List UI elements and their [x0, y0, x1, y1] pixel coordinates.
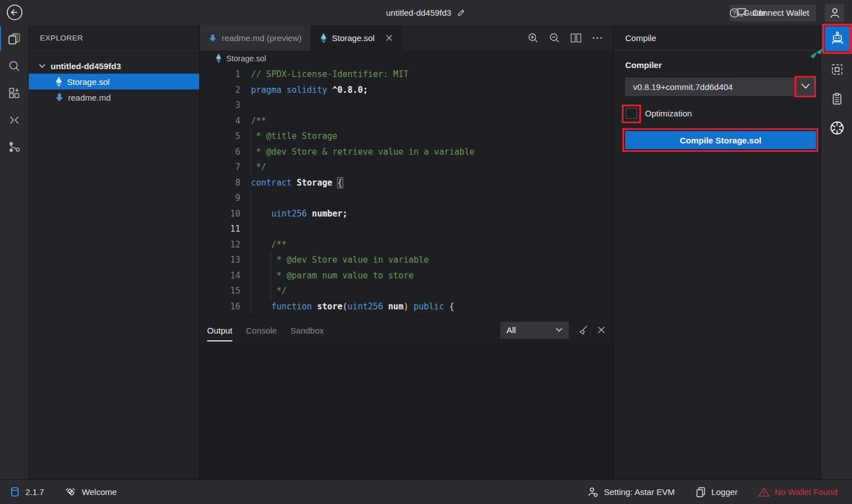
line-number: 8 [200, 176, 251, 191]
wallet-warning-label: No Wallet Found [775, 487, 837, 497]
code-line[interactable]: 14 * @param num value to store [200, 268, 613, 284]
panel-tab-sandbox[interactable]: Sandbox [290, 318, 324, 341]
warning-triangle-icon [758, 487, 770, 497]
code-editor[interactable]: 1// SPDX-License-Identifier: MIT2pragma … [200, 66, 613, 316]
activity-source-control-button[interactable] [0, 133, 28, 160]
compiler-label: Compiler [625, 60, 662, 70]
wallet-warning[interactable]: No Wallet Found [758, 487, 837, 497]
clear-output-icon[interactable] [577, 325, 589, 336]
code-line[interactable]: 10 uint256 number; [200, 206, 613, 222]
line-number: 12 [200, 237, 251, 253]
close-panel-icon[interactable] [597, 326, 606, 334]
more-actions-icon[interactable] [591, 33, 603, 43]
activity-search-button[interactable] [0, 52, 28, 79]
code-line[interactable]: 8contract Storage { [200, 176, 613, 191]
close-tab-icon[interactable] [385, 34, 393, 42]
code-line[interactable]: 12 /** [200, 237, 613, 253]
collapse-arrows-icon [8, 114, 21, 127]
git-branch-icon [8, 141, 21, 154]
chevron-down-icon[interactable] [801, 83, 810, 89]
code-line[interactable]: 9 [200, 191, 613, 206]
clipboard-icon [830, 92, 844, 106]
activity-report-button[interactable] [821, 84, 852, 113]
activity-files-button[interactable] [0, 25, 28, 52]
activity-plugins-button[interactable] [0, 79, 28, 106]
code-text: * @param num value to store [251, 268, 414, 284]
ethereum-icon [320, 33, 327, 43]
indent-guide [250, 191, 251, 314]
database-icon [10, 487, 20, 497]
panel-tab-output[interactable]: Output [207, 318, 232, 341]
line-number: 3 [200, 98, 251, 114]
pages-icon [695, 486, 706, 498]
code-line[interactable]: 11 [200, 222, 613, 237]
split-editor-icon[interactable] [570, 33, 582, 43]
code-text: function store(uint256 num) public { [251, 299, 454, 315]
code-line[interactable]: 4/** [200, 114, 613, 129]
search-icon [8, 60, 21, 73]
ide-version[interactable]: 2.1.7 [25, 487, 44, 497]
line-number: 4 [200, 114, 251, 129]
tab-readme-md[interactable]: readme.md (preview) [200, 25, 311, 51]
output-filter-select[interactable]: All [500, 322, 569, 339]
tab-storage-sol[interactable]: Storage.sol [311, 25, 402, 51]
code-text: * @title Storage [251, 129, 338, 145]
activity-collapse-button[interactable] [0, 106, 28, 133]
logger-label: Logger [711, 487, 738, 497]
code-line[interactable]: 6 * @dev Store & retrieve value in a var… [200, 145, 613, 160]
code-text: uint256 number; [251, 206, 348, 222]
back-button[interactable] [6, 3, 24, 21]
code-line[interactable]: 1// SPDX-License-Identifier: MIT [200, 67, 613, 83]
files-icon [7, 32, 21, 46]
welcome-button[interactable]: Welcome [64, 486, 116, 498]
explorer-panel: EXPLORER untitled-dd459fd3 Storage.sol [28, 25, 200, 479]
ide-window: untitled-dd459fd3 ? Guide [0, 0, 852, 504]
robot-icon [829, 31, 845, 47]
output-panel-body[interactable] [200, 343, 613, 479]
code-text: pragma solidity ^0.8.0; [251, 83, 368, 98]
code-text: // SPDX-License-Identifier: MIT [251, 67, 409, 83]
zoom-in-icon[interactable] [527, 32, 539, 44]
guide-button[interactable]: ? Guide [729, 8, 730, 18]
optimization-checkbox[interactable] [626, 108, 637, 119]
setting-button[interactable]: Setting: Astar EVM [588, 487, 675, 498]
account-button[interactable] [825, 4, 844, 22]
tab-label: readme.md (preview) [222, 33, 302, 43]
explorer-root-folder[interactable]: untitled-dd459fd3 [29, 58, 199, 74]
compile-panel-title: Compile [614, 25, 820, 51]
filter-value: All [506, 325, 516, 335]
zoom-out-icon[interactable] [549, 32, 560, 44]
code-lines: 1// SPDX-License-Identifier: MIT2pragma … [200, 67, 613, 314]
code-line[interactable]: 16 function store(uint256 num) public { [200, 299, 613, 315]
code-line[interactable]: 15 */ [200, 284, 613, 299]
editor-tab-bar: readme.md (preview) Storage.sol [200, 25, 613, 51]
code-line[interactable]: 7 */ [200, 160, 613, 176]
compile-button[interactable]: Compile Storage.sol [625, 131, 816, 149]
person-gear-icon [588, 487, 599, 498]
setting-label: Setting: Astar EVM [604, 487, 675, 497]
ethereum-icon [216, 53, 222, 63]
panel-tab-console[interactable]: Console [246, 318, 277, 341]
code-text: * @dev Store value in variable [251, 253, 429, 268]
code-line[interactable]: 5 * @title Storage [200, 129, 613, 145]
explorer-file-readme-md[interactable]: readme.md [29, 89, 199, 105]
tab-label: Storage.sol [332, 33, 375, 43]
indent-guide [250, 129, 251, 176]
activity-compile-button[interactable] [825, 26, 850, 51]
svg-text:?: ? [733, 9, 736, 16]
explorer-file-storage-sol[interactable]: Storage.sol [29, 74, 199, 89]
breadcrumb[interactable]: Storage.sol [200, 51, 613, 66]
code-line[interactable]: 13 * @dev Store value in variable [200, 253, 613, 268]
code-line[interactable]: 3 [200, 98, 613, 114]
person-icon [829, 7, 840, 19]
rename-pencil-icon[interactable] [456, 8, 466, 17]
line-number: 11 [200, 222, 251, 237]
connect-wallet-button[interactable]: Connect Wallet [729, 4, 816, 21]
file-label: readme.md [68, 93, 111, 102]
guide-label: Guide [743, 8, 766, 17]
logger-button[interactable]: Logger [695, 486, 738, 498]
breadcrumb-file-label: Storage.sol [226, 54, 266, 63]
activity-ai-chat-button[interactable] [821, 113, 852, 142]
compiler-version-select[interactable]: v0.8.19+commit.7dd6d404 [625, 78, 816, 96]
code-line[interactable]: 2pragma solidity ^0.8.0; [200, 83, 613, 98]
